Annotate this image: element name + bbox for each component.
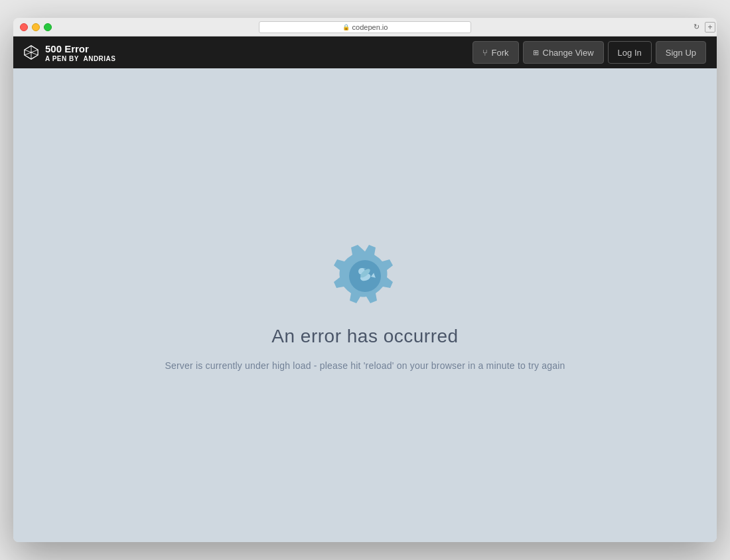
fork-button[interactable]: ⑂ Fork (473, 41, 519, 64)
error-subtext: Server is currently under high load - pl… (165, 360, 565, 371)
header-actions: ⑂ Fork ⊞ Change View Log In Sign Up (473, 41, 707, 64)
main-content: An error has occurred Server is currentl… (13, 68, 717, 542)
titlebar: 🔒 codepen.io ↻ + (13, 18, 717, 36)
url-text: codepen.io (352, 23, 388, 31)
new-tab-button[interactable]: + (705, 22, 715, 33)
codepen-logo-icon (24, 45, 38, 60)
maximize-button[interactable] (44, 23, 52, 31)
signup-button[interactable]: Sign Up (656, 41, 706, 64)
address-bar[interactable]: 🔒 codepen.io (259, 21, 471, 33)
minimize-button[interactable] (32, 23, 40, 31)
browser-window: 🔒 codepen.io ↻ + 500 Error A PEN BY Andr… (13, 18, 717, 542)
error-heading: An error has occurred (271, 326, 458, 347)
lock-icon: 🔒 (342, 24, 350, 31)
change-view-icon: ⊞ (533, 48, 539, 57)
codepen-header: 500 Error A PEN BY Andrias ⑂ Fork ⊞ Chan… (13, 36, 717, 68)
error-icon (328, 240, 402, 313)
refresh-button[interactable]: ↻ (692, 23, 701, 32)
gear-bird-icon (328, 240, 402, 313)
login-button[interactable]: Log In (608, 41, 652, 64)
pen-author: A PEN BY Andrias (45, 55, 116, 62)
close-button[interactable] (20, 23, 28, 31)
pen-info: 500 Error A PEN BY Andrias (24, 43, 473, 62)
change-view-button[interactable]: ⊞ Change View (523, 41, 604, 64)
traffic-lights (13, 23, 52, 31)
fork-icon: ⑂ (482, 48, 488, 58)
pen-title-block: 500 Error A PEN BY Andrias (45, 43, 116, 62)
pen-title: 500 Error (45, 43, 116, 55)
